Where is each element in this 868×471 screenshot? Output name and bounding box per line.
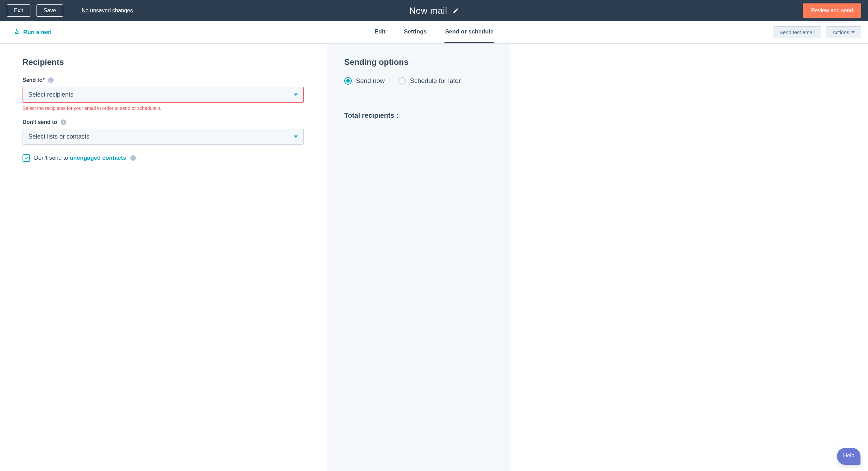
- review-and-send-button[interactable]: Review and send: [803, 3, 861, 18]
- info-icon[interactable]: i: [130, 155, 136, 161]
- send-to-placeholder: Select recipients: [28, 91, 73, 98]
- top-bar-left: Exit Save No unsaved changes: [7, 4, 133, 17]
- total-recipients-label: Total recipients :: [344, 112, 494, 119]
- run-a-test-link[interactable]: Run a test: [14, 28, 51, 36]
- send-to-select[interactable]: Select recipients: [23, 87, 304, 103]
- divider: [328, 100, 510, 100]
- radio-schedule-later-label: Schedule for later: [410, 77, 461, 85]
- actions-label: Actions: [833, 29, 849, 35]
- top-bar-center: New mail: [409, 5, 459, 16]
- unengaged-prefix: Don't send to: [34, 155, 70, 161]
- send-to-field: Send to* i Select recipients Select the …: [23, 77, 304, 111]
- dont-send-to-select[interactable]: Select lists or contacts: [23, 129, 304, 145]
- sending-options-heading: Sending options: [344, 57, 494, 67]
- save-button[interactable]: Save: [37, 4, 63, 17]
- radio-schedule-later[interactable]: Schedule for later: [399, 77, 461, 85]
- radio-send-now-label: Send now: [356, 77, 385, 85]
- check-icon: [24, 156, 29, 160]
- send-test-email-button[interactable]: Send test email: [773, 26, 821, 38]
- exit-button[interactable]: Exit: [7, 4, 30, 17]
- flask-icon: [14, 28, 20, 36]
- dont-send-to-label: Don't send to: [23, 119, 57, 125]
- actions-dropdown-button[interactable]: Actions: [826, 26, 861, 38]
- tabs-bar-right: Send test email Actions: [773, 26, 861, 38]
- tab-settings[interactable]: Settings: [403, 21, 428, 43]
- page-title: New mail: [409, 5, 447, 16]
- tabs: Edit Settings Send or schedule: [374, 21, 494, 43]
- recipients-heading: Recipients: [23, 57, 304, 67]
- radio-icon: [399, 77, 406, 85]
- unengaged-checkbox-label: Don't send to unengaged contacts: [34, 155, 126, 161]
- main: Recipients Send to* i Select recipients …: [0, 44, 868, 471]
- top-bar: Exit Save No unsaved changes New mail Re…: [0, 0, 868, 21]
- sending-options-panel: Sending options Send now Schedule for la…: [328, 44, 510, 471]
- info-icon[interactable]: i: [48, 77, 54, 83]
- tab-send-or-schedule[interactable]: Send or schedule: [445, 21, 494, 43]
- send-to-label: Send to*: [23, 77, 45, 83]
- info-icon[interactable]: i: [61, 119, 66, 125]
- edit-title-icon[interactable]: [452, 8, 459, 14]
- recipients-panel: Recipients Send to* i Select recipients …: [0, 44, 328, 471]
- radio-icon: [344, 77, 352, 85]
- help-button[interactable]: Help: [837, 448, 860, 465]
- dont-send-to-field: Don't send to i Select lists or contacts: [23, 119, 304, 145]
- unengaged-contacts-link[interactable]: unengaged contacts: [70, 155, 126, 161]
- unengaged-checkbox-row: Don't send to unengaged contacts i: [23, 154, 304, 162]
- unsaved-changes-link[interactable]: No unsaved changes: [82, 8, 133, 14]
- unengaged-checkbox[interactable]: [23, 154, 30, 162]
- tabs-bar: Run a test Edit Settings Send or schedul…: [0, 21, 868, 44]
- radio-send-now[interactable]: Send now: [344, 77, 385, 85]
- caret-down-icon: [851, 31, 855, 33]
- tab-edit[interactable]: Edit: [374, 21, 386, 43]
- sending-options-radios: Send now Schedule for later: [344, 77, 494, 85]
- run-a-test-label: Run a test: [23, 29, 51, 36]
- caret-down-icon: [294, 135, 298, 138]
- caret-down-icon: [294, 94, 298, 96]
- send-to-error-text: Select the recipients for your email in …: [23, 105, 304, 111]
- dont-send-to-placeholder: Select lists or contacts: [28, 133, 89, 140]
